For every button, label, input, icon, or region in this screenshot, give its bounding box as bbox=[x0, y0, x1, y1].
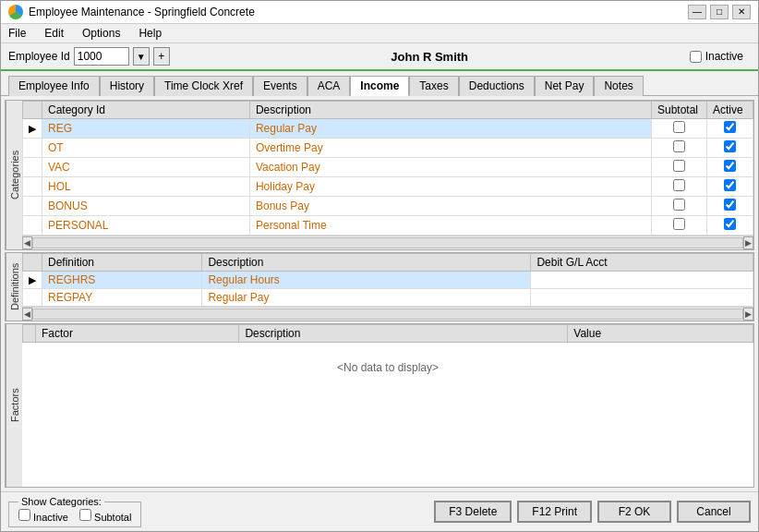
categories-scroll-right[interactable]: ▶ bbox=[743, 236, 753, 249]
tab-notes[interactable]: Notes bbox=[594, 76, 643, 96]
active-checkbox[interactable] bbox=[724, 121, 736, 133]
employee-id-label: Employee Id bbox=[8, 50, 70, 63]
table-row[interactable]: PERSONALPersonal Time bbox=[23, 216, 753, 236]
tab-history[interactable]: History bbox=[100, 76, 154, 96]
definitions-col-debit: Debit G/L Acct bbox=[531, 254, 753, 272]
category-desc-cell: Overtime Pay bbox=[249, 139, 651, 158]
tab-aca[interactable]: ACA bbox=[307, 76, 351, 96]
minimize-button[interactable]: — bbox=[688, 5, 706, 19]
categories-hscroll[interactable] bbox=[32, 237, 743, 248]
content-area: Categories Category Id Description Subto… bbox=[1, 96, 758, 491]
menu-edit[interactable]: Edit bbox=[41, 26, 67, 41]
delete-button[interactable]: F3 Delete bbox=[434, 501, 512, 523]
inactive-label: Inactive bbox=[705, 50, 743, 63]
definitions-col-id: Definition bbox=[42, 254, 202, 272]
row-indicator: ▶ bbox=[23, 272, 42, 289]
factors-label: Factors bbox=[6, 324, 22, 487]
window-controls: — □ ✕ bbox=[688, 5, 751, 19]
categories-section: Categories Category Id Description Subto… bbox=[5, 100, 754, 250]
show-inactive-checkbox[interactable] bbox=[18, 509, 30, 521]
active-checkbox[interactable] bbox=[724, 160, 736, 172]
category-desc-cell: Holiday Pay bbox=[249, 177, 651, 197]
category-desc-cell: Regular Pay bbox=[249, 119, 651, 139]
table-row[interactable]: VACVacation Pay bbox=[23, 158, 753, 177]
active-checkbox[interactable] bbox=[724, 218, 736, 230]
employee-id-dropdown-button[interactable]: ▼ bbox=[133, 47, 150, 66]
inactive-checkbox[interactable] bbox=[690, 51, 702, 63]
table-row[interactable]: HOLHoliday Pay bbox=[23, 177, 753, 197]
show-categories-fieldset: Show Categories: Inactive Subtotal bbox=[8, 496, 141, 527]
title-bar-left: Employee Maintenance - Springfield Concr… bbox=[8, 5, 255, 19]
ok-button[interactable]: F2 OK bbox=[597, 501, 671, 523]
subtotal-checkbox[interactable] bbox=[673, 218, 685, 230]
menu-file[interactable]: File bbox=[5, 26, 30, 41]
tab-bar: Employee Info History Time Clock Xref Ev… bbox=[1, 71, 758, 96]
categories-col-subtotal: Subtotal bbox=[652, 102, 707, 119]
row-indicator: ▶ bbox=[23, 119, 42, 139]
show-subtotal-checkbox[interactable] bbox=[79, 509, 91, 521]
menu-options[interactable]: Options bbox=[78, 26, 124, 41]
active-checkbox[interactable] bbox=[724, 140, 736, 152]
factors-section: Factors Factor Description Value <No dat bbox=[5, 323, 754, 488]
tab-deductions[interactable]: Deductions bbox=[459, 76, 535, 96]
subtotal-option: Subtotal bbox=[79, 509, 131, 523]
maximize-button[interactable]: □ bbox=[710, 5, 729, 19]
subtotal-checkbox[interactable] bbox=[673, 179, 685, 191]
table-row[interactable]: REGPAYRegular Pay bbox=[23, 289, 753, 307]
tab-employee-info[interactable]: Employee Info bbox=[8, 76, 100, 96]
categories-scrollbar[interactable]: ◀ ▶ bbox=[22, 236, 753, 249]
categories-col-indicator bbox=[23, 102, 42, 119]
definitions-table: Definition Description Debit G/L Acct ▶R… bbox=[22, 253, 753, 307]
footer: Show Categories: Inactive Subtotal F3 De… bbox=[1, 491, 758, 531]
row-indicator bbox=[23, 216, 42, 236]
definitions-content: Definition Description Debit G/L Acct ▶R… bbox=[22, 253, 753, 320]
subtotal-checkbox[interactable] bbox=[673, 160, 685, 172]
menu-help[interactable]: Help bbox=[135, 26, 165, 41]
categories-scroll-left[interactable]: ◀ bbox=[22, 236, 32, 249]
employee-id-group: Employee Id ▼ + bbox=[8, 47, 170, 66]
table-row[interactable]: OTOvertime Pay bbox=[23, 139, 753, 158]
tab-events[interactable]: Events bbox=[253, 76, 307, 96]
active-checkbox[interactable] bbox=[724, 199, 736, 211]
category-id-cell: PERSONAL bbox=[42, 216, 250, 236]
definitions-scroll-right[interactable]: ▶ bbox=[743, 308, 753, 320]
close-button[interactable]: ✕ bbox=[732, 5, 751, 19]
tab-taxes[interactable]: Taxes bbox=[409, 76, 458, 96]
employee-add-button[interactable]: + bbox=[153, 47, 170, 66]
category-active-cell bbox=[707, 216, 753, 236]
tab-net-pay[interactable]: Net Pay bbox=[535, 76, 595, 96]
subtotal-checkbox[interactable] bbox=[673, 140, 685, 152]
row-indicator bbox=[23, 177, 42, 197]
definitions-hscroll[interactable] bbox=[32, 308, 743, 320]
definitions-scroll-left[interactable]: ◀ bbox=[22, 308, 32, 320]
category-desc-cell: Bonus Pay bbox=[249, 197, 651, 216]
categories-content: Category Id Description Subtotal Active … bbox=[22, 101, 753, 249]
window-title: Employee Maintenance - Springfield Concr… bbox=[29, 6, 255, 18]
definitions-scrollbar[interactable]: ◀ ▶ bbox=[22, 307, 753, 320]
app-icon bbox=[8, 5, 23, 19]
active-checkbox[interactable] bbox=[724, 179, 736, 191]
definition-debit-cell bbox=[531, 289, 753, 307]
print-button[interactable]: F12 Print bbox=[517, 501, 592, 523]
categories-label: Categories bbox=[6, 101, 22, 249]
row-indicator bbox=[23, 139, 42, 158]
cancel-button[interactable]: Cancel bbox=[677, 501, 751, 523]
category-id-cell: VAC bbox=[42, 158, 250, 177]
employee-name: John R Smith bbox=[181, 50, 679, 64]
category-active-cell bbox=[707, 119, 753, 139]
tab-time-clock-xref[interactable]: Time Clock Xref bbox=[154, 76, 253, 96]
subtotal-checkbox[interactable] bbox=[673, 199, 685, 211]
table-row[interactable]: ▶REGHRSRegular Hours bbox=[23, 272, 753, 289]
tab-income[interactable]: Income bbox=[350, 76, 409, 96]
definition-debit-cell bbox=[531, 272, 753, 289]
inactive-group: Inactive bbox=[690, 50, 743, 63]
subtotal-checkbox[interactable] bbox=[673, 121, 685, 133]
category-subtotal-cell bbox=[652, 119, 707, 139]
factors-content: Factor Description Value <No data to dis… bbox=[22, 324, 753, 487]
table-row[interactable]: ▶REGRegular Pay bbox=[23, 119, 753, 139]
employee-id-input[interactable] bbox=[74, 47, 129, 66]
definitions-section: Definitions Definition Description Debit… bbox=[5, 252, 754, 321]
category-subtotal-cell bbox=[652, 216, 707, 236]
main-window: Employee Maintenance - Springfield Concr… bbox=[0, 0, 759, 532]
table-row[interactable]: BONUSBonus Pay bbox=[23, 197, 753, 216]
